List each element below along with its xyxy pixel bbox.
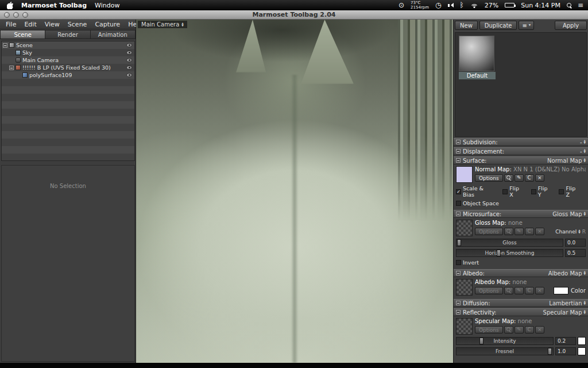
albedo-color-swatch[interactable] <box>554 287 568 294</box>
close-button[interactable] <box>4 12 10 18</box>
battery-icon[interactable] <box>505 3 514 7</box>
gloss-map-thumbnail[interactable] <box>456 220 473 236</box>
normal-map-options-button[interactable]: Options <box>475 174 503 182</box>
specular-map-thumbnail[interactable] <box>456 318 473 335</box>
material-sphere-preview[interactable] <box>459 36 494 71</box>
albedo-map-options-button[interactable]: Options <box>475 287 503 294</box>
flip-y-checkbox[interactable] <box>531 189 536 194</box>
surface-mode-dropdown[interactable]: Normal Map ▲▼ <box>547 158 586 164</box>
menu-capture[interactable]: Capture <box>91 21 124 28</box>
menu-file[interactable]: File <box>2 21 20 28</box>
displacement-mode-dropdown[interactable]: - ▲▼ <box>580 148 586 155</box>
clock-menu-icon[interactable]: ◷ <box>435 2 441 9</box>
reload-map-button[interactable]: C <box>525 228 534 235</box>
scale-bias-checkbox[interactable]: ✓ <box>456 189 461 194</box>
visibility-eye-icon[interactable] <box>126 51 132 55</box>
visibility-eye-icon[interactable] <box>126 43 132 47</box>
horizon-smoothing-slider[interactable]: Horizon Smoothing <box>456 249 563 257</box>
edit-map-button[interactable]: ✎ <box>514 287 524 294</box>
channel-dropdown[interactable]: Channel ▲▼ R <box>555 229 586 235</box>
zoom-button[interactable] <box>22 12 28 18</box>
expander-icon[interactable] <box>3 43 7 48</box>
reload-map-button[interactable]: C <box>525 287 534 294</box>
menu-edit[interactable]: Edit <box>20 21 40 28</box>
expander-icon[interactable] <box>9 66 14 70</box>
section-surface[interactable]: Surface: Normal Map ▲▼ <box>454 156 588 164</box>
edit-map-button[interactable]: ✎ <box>514 174 524 182</box>
menubar-clock[interactable]: Sun 4:14 PM <box>521 2 560 9</box>
albedo-map-thumbnail[interactable] <box>456 279 473 296</box>
clear-map-button[interactable]: × <box>535 174 544 182</box>
reload-map-button[interactable]: C <box>525 326 534 334</box>
section-diffusion[interactable]: Diffusion: Lambertian ▲▼ <box>454 299 588 307</box>
collapse-icon[interactable] <box>456 212 461 216</box>
diffusion-mode-dropdown[interactable]: Lambertian ▲▼ <box>549 300 586 306</box>
notification-center-icon[interactable]: ≡ <box>578 2 583 9</box>
3d-viewport[interactable]: Main Camera ▲▼ <box>136 20 453 363</box>
menubar-app-name[interactable]: Marmoset Toolbag <box>21 2 87 9</box>
visibility-eye-icon[interactable] <box>126 58 132 62</box>
collapse-icon[interactable] <box>456 158 461 163</box>
edit-map-button[interactable]: ✎ <box>514 228 524 235</box>
tab-animation[interactable]: Animation <box>91 30 136 39</box>
gloss-slider[interactable]: Gloss <box>456 239 563 247</box>
menu-view[interactable]: View <box>41 21 64 28</box>
tree-row-polysurface[interactable]: polySurface109 <box>2 71 134 79</box>
tree-row-blp-mesh[interactable]: !!!!!! B LP (UVS Fixed Scaled 30) <box>2 64 134 71</box>
intensity-slider[interactable]: Intensity <box>456 337 554 345</box>
slider-handle[interactable] <box>548 348 552 355</box>
collapse-icon[interactable] <box>456 149 461 154</box>
collapse-icon[interactable] <box>456 271 461 275</box>
clear-map-button[interactable]: × <box>535 228 544 235</box>
magnifier-icon[interactable] <box>506 229 511 234</box>
section-microsurface[interactable]: Microsurface: Gloss Map ▲▼ <box>454 210 588 218</box>
reload-map-button[interactable]: C <box>525 174 534 182</box>
specular-map-options-button[interactable]: Options <box>475 326 503 334</box>
albedo-mode-dropdown[interactable]: Albedo Map ▲▼ <box>548 270 586 277</box>
subdivision-mode-dropdown[interactable]: - ▲▼ <box>580 139 586 145</box>
spotlight-icon[interactable] <box>567 3 571 7</box>
microsurface-mode-dropdown[interactable]: Gloss Map ▲▼ <box>552 211 586 217</box>
clear-map-button[interactable]: × <box>535 326 544 334</box>
volume-icon[interactable] <box>448 3 454 7</box>
apply-material-button[interactable]: Apply <box>555 21 587 30</box>
intensity-color-swatch[interactable] <box>578 337 586 345</box>
reflectivity-mode-dropdown[interactable]: Specular Map ▲▼ <box>543 309 586 316</box>
menubar-window-menu[interactable]: Window <box>95 2 119 9</box>
wifi-icon[interactable] <box>470 3 478 8</box>
object-space-checkbox[interactable] <box>456 201 461 206</box>
invert-checkbox[interactable] <box>456 260 461 265</box>
visibility-eye-icon[interactable] <box>126 73 132 77</box>
collapse-icon[interactable] <box>456 301 461 305</box>
intensity-value-field[interactable]: 0.2 <box>555 337 576 345</box>
tree-row-main-camera[interactable]: Main Camera <box>2 56 134 64</box>
section-reflectivity[interactable]: Reflectivity: Specular Map ▲▼ <box>454 308 588 316</box>
fresnel-color-swatch[interactable] <box>578 347 586 355</box>
gloss-map-options-button[interactable]: Options <box>475 228 503 235</box>
slider-handle[interactable] <box>479 338 483 344</box>
normal-map-thumbnail[interactable] <box>456 166 473 183</box>
fresnel-slider[interactable]: Fresnel <box>456 347 554 355</box>
new-material-button[interactable]: New <box>455 21 478 30</box>
minimize-button[interactable] <box>13 12 19 18</box>
material-name-label[interactable]: Default <box>459 72 496 79</box>
tab-scene[interactable]: Scene <box>0 30 45 39</box>
horizon-smoothing-value-field[interactable]: 0.5 <box>565 249 586 257</box>
temperature-status[interactable]: 73°C 2154rpm <box>411 1 429 10</box>
menu-scene[interactable]: Scene <box>64 21 91 28</box>
section-albedo[interactable]: Albedo: Albedo Map ▲▼ <box>454 269 588 277</box>
duplicate-material-button[interactable]: Duplicate <box>479 21 517 30</box>
fresnel-value-field[interactable]: 1.0 <box>555 347 576 355</box>
material-menu-button[interactable]: ≡ ▼ <box>519 21 534 30</box>
edit-map-button[interactable]: ✎ <box>514 326 524 334</box>
apple-icon[interactable] <box>7 2 13 9</box>
camera-selector[interactable]: Main Camera ▲▼ <box>138 21 187 28</box>
tree-row-scene[interactable]: Scene <box>2 41 134 49</box>
magnifier-icon[interactable] <box>506 288 511 293</box>
visibility-eye-icon[interactable] <box>126 66 132 70</box>
gloss-value-field[interactable]: 0.0 <box>565 239 586 247</box>
monitor-menu-icon[interactable]: ⊙ <box>399 2 404 9</box>
material-thumbnail[interactable]: Default <box>459 36 496 79</box>
section-displacement[interactable]: Displacement: - ▲▼ <box>454 147 588 155</box>
bluetooth-icon[interactable]: ᛒ <box>460 2 464 9</box>
